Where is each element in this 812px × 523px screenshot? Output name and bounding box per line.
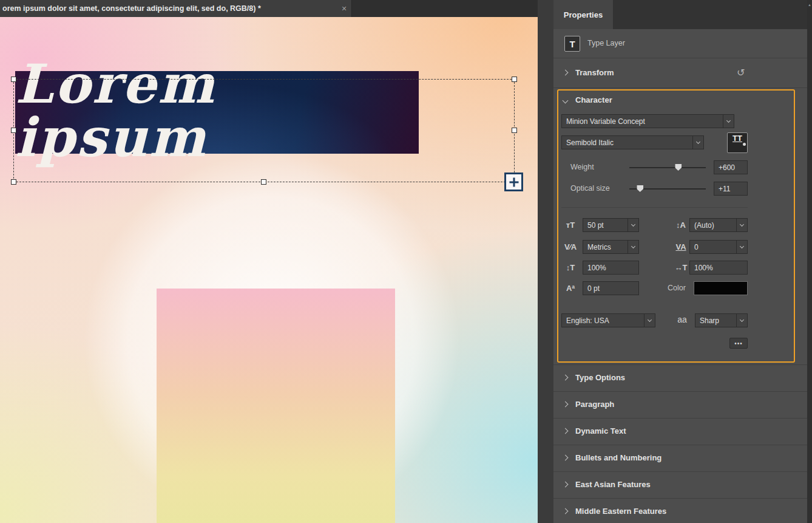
anti-alias-select[interactable]: Sharp <box>695 313 748 327</box>
section-type-options[interactable]: Type Options <box>553 364 807 391</box>
section-transform[interactable]: Transform ↺ <box>553 59 807 88</box>
anti-alias-icon: aa <box>674 315 691 324</box>
kerning-select[interactable]: Metrics <box>583 240 639 254</box>
character-section-label[interactable]: Character <box>575 95 612 104</box>
chevron-right-icon <box>563 70 569 76</box>
font-size-value: 50 pt <box>583 221 628 230</box>
transform-handle-mid-right[interactable] <box>512 128 517 133</box>
section-label: Paragraph <box>575 400 614 409</box>
horizontal-scale-field[interactable]: 100% <box>689 261 748 275</box>
chevron-down-icon[interactable] <box>736 219 747 231</box>
chevron-right-icon <box>563 508 569 514</box>
section-label: Middle Eastern Features <box>575 507 666 516</box>
section-label: Type Options <box>575 373 625 382</box>
workspace-gutter <box>538 0 553 523</box>
layer-type-row: T Type Layer <box>553 29 807 58</box>
horizontal-scale-icon: ↔T <box>672 263 689 272</box>
anti-alias-value: Sharp <box>695 316 736 325</box>
document-title: orem ipsum dolor sit amet, consectetur a… <box>0 4 337 13</box>
document-tabbar: orem ipsum dolor sit amet, consectetur a… <box>0 0 538 17</box>
font-size-icon: тT <box>562 220 579 230</box>
font-style-select[interactable]: Semibold Italic <box>561 135 704 149</box>
tracking-select[interactable]: 0 <box>689 240 748 254</box>
transform-handle-plus-icon[interactable] <box>504 173 523 191</box>
plus-icon <box>513 177 515 186</box>
text-layer-content[interactable]: Lorem ipsum <box>15 57 419 168</box>
chevron-right-icon <box>563 402 569 408</box>
transform-handle-bottom-center[interactable] <box>261 179 266 185</box>
section-east-asian[interactable]: East Asian Features <box>553 471 807 498</box>
panel-scrollbar[interactable]: ▲ <box>807 0 812 523</box>
vertical-scale-field[interactable]: 100% <box>583 261 639 275</box>
leading-icon: ↕A <box>672 220 689 230</box>
baseline-shift-field[interactable]: 0 pt <box>583 281 639 295</box>
color-label: Color <box>668 284 686 292</box>
close-icon[interactable]: ✕ <box>337 5 351 13</box>
variable-font-options-button[interactable]: TT <box>727 132 748 153</box>
optical-slider-thumb[interactable] <box>637 185 643 192</box>
transform-handle-top-left[interactable] <box>11 77 16 82</box>
chevron-down-icon[interactable] <box>723 115 734 128</box>
text-color-swatch[interactable] <box>694 281 748 295</box>
font-family-value: Minion Variable Concept <box>562 117 723 126</box>
transform-handle-bottom-left[interactable] <box>11 179 16 185</box>
weight-slider-thumb[interactable] <box>675 164 682 171</box>
chevron-down-icon[interactable] <box>736 241 747 253</box>
section-middle-eastern[interactable]: Middle Eastern Features <box>553 498 807 523</box>
photoshop-window: orem ipsum dolor sit amet, consectetur a… <box>0 0 812 523</box>
transform-handle-top-right[interactable] <box>512 77 517 82</box>
document-tab[interactable]: orem ipsum dolor sit amet, consectetur a… <box>0 0 352 17</box>
chevron-right-icon <box>563 482 569 488</box>
optical-size-value-field[interactable]: +11 <box>714 182 748 196</box>
chevron-right-icon <box>563 375 569 381</box>
canvas-surface[interactable]: Lorem ipsum <box>0 17 538 523</box>
baseline-shift-value: 0 pt <box>583 284 638 293</box>
optical-size-slider[interactable] <box>629 185 706 193</box>
vertical-scale-value: 100% <box>583 264 638 272</box>
section-bullets-numbering[interactable]: Bullets and Numbering <box>553 445 807 471</box>
weight-label: Weight <box>570 163 594 171</box>
horizontal-scale-value: 100% <box>690 264 747 272</box>
section-label: Bullets and Numbering <box>575 453 661 462</box>
optical-size-label: Optical size <box>570 184 610 193</box>
vertical-scale-icon: ↕T <box>562 263 579 272</box>
section-dynamic-text[interactable]: Dynamic Text <box>553 418 807 445</box>
kerning-value: Metrics <box>583 243 628 251</box>
section-paragraph[interactable]: Paragraph <box>553 391 807 418</box>
transform-handle-mid-left[interactable] <box>11 128 16 133</box>
baseline-shift-icon: Aª <box>562 284 579 293</box>
transform-section-label: Transform <box>575 68 614 77</box>
chevron-down-icon[interactable] <box>692 136 703 149</box>
chevron-down-icon[interactable] <box>628 241 638 253</box>
text-layer-block[interactable]: Lorem ipsum <box>15 71 419 154</box>
type-layer-icon: T <box>564 36 580 52</box>
font-size-select[interactable]: 50 pt <box>583 218 639 232</box>
font-style-value: Semibold Italic <box>562 138 692 147</box>
section-label: Dynamic Text <box>575 426 626 436</box>
tab-properties[interactable]: Properties <box>553 0 613 29</box>
reset-transform-icon[interactable]: ↺ <box>737 67 745 78</box>
section-label: East Asian Features <box>575 480 651 489</box>
chevron-down-icon[interactable] <box>644 314 655 327</box>
weight-value-field[interactable]: +600 <box>714 160 748 174</box>
leading-value: (Auto) <box>690 221 736 230</box>
tracking-icon: VA <box>672 242 689 251</box>
more-options-button[interactable]: ••• <box>729 338 748 349</box>
chevron-down-icon[interactable] <box>736 314 747 327</box>
gradient-rectangle-shape[interactable] <box>157 289 395 523</box>
optical-size-value: +11 <box>714 185 747 193</box>
chevron-down-icon[interactable] <box>628 219 638 231</box>
properties-panel: Properties T Type Layer Transform ↺ Char… <box>553 0 807 523</box>
panel-header-bar: Properties <box>553 0 807 29</box>
leading-select[interactable]: (Auto) <box>689 218 748 232</box>
tracking-value: 0 <box>690 243 736 251</box>
weight-slider[interactable] <box>629 163 706 171</box>
chevron-right-icon <box>563 455 569 461</box>
chevron-right-icon <box>563 428 569 434</box>
scroll-up-icon[interactable]: ▲ <box>808 3 811 7</box>
divider <box>561 207 748 208</box>
weight-value: +600 <box>714 163 747 172</box>
font-family-select[interactable]: Minion Variable Concept <box>561 114 734 128</box>
language-select[interactable]: English: USA <box>561 313 655 327</box>
kerning-icon: V⁄A <box>562 242 579 251</box>
